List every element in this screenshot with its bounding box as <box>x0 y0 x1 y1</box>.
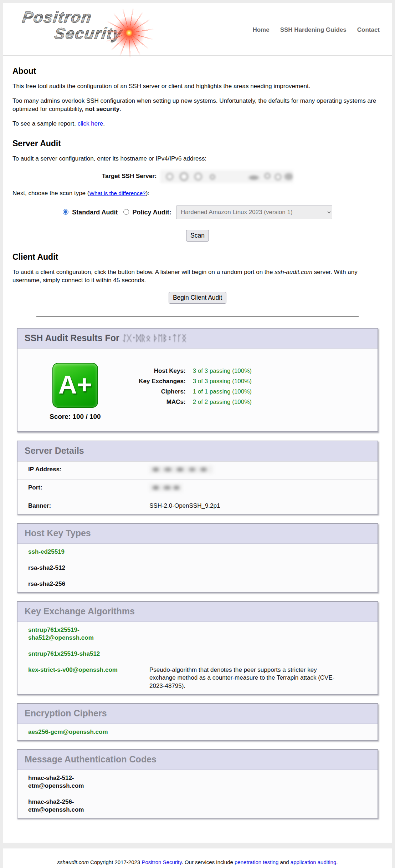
footer-positron-link[interactable]: Positron Security <box>142 859 181 865</box>
policy-select[interactable]: Hardened Amazon Linux 2023 (version 1) <box>176 205 332 219</box>
algorithm-note <box>149 626 335 642</box>
about-p2-bold: not security <box>85 106 119 112</box>
nav-home[interactable]: Home <box>252 26 269 34</box>
host-key-types-panel: Host Key Types ssh-ed25519 rsa-sha2-512 … <box>17 523 378 593</box>
stat-value: 1 of 1 passing (100%) <box>193 386 252 397</box>
stat-row-macs: MACs: 2 of 2 passing (100%) <box>132 397 252 407</box>
algorithm-name: rsa-sha2-256 <box>28 580 149 588</box>
table-row: kex-strict-s-v00@openssh.com Pseudo-algo… <box>17 662 378 694</box>
redacted-hostname: ᛇᚷ᛫ᛞᚱᛟ ᚦᛖᛒ᛬ᛏᚴᛝ <box>122 333 186 343</box>
client-audit-domain: ssh-audit.com <box>275 269 312 275</box>
client-audit-text-before: To audit a client configuration, click t… <box>12 269 275 275</box>
algorithm-name: kex-strict-s-v00@openssh.com <box>28 666 149 690</box>
stat-row-key-exchanges: Key Exchanges: 3 of 3 passing (100%) <box>132 376 252 386</box>
score-label: Score: 100 / 100 <box>50 413 101 421</box>
stat-value: 2 of 2 passing (100%) <box>193 397 252 407</box>
row-label: Banner: <box>28 502 149 510</box>
table-row: sntrup761x25519-sha512 <box>17 646 378 662</box>
table-row: Port: <box>17 479 378 498</box>
scan-type-text-after: ): <box>146 190 149 197</box>
about-heading: About <box>12 66 383 76</box>
table-row: hmac-sha2-256-etm@openssh.com <box>17 794 378 818</box>
encryption-ciphers-header: Encryption Ciphers <box>17 704 378 724</box>
port-blur <box>149 484 182 492</box>
table-row: aes256-gcm@openssh.com <box>17 724 378 740</box>
stat-value: 3 of 3 passing (100%) <box>193 376 252 386</box>
footer-pentest-link[interactable]: penetration testing <box>235 859 278 865</box>
server-details-header: Server Details <box>17 441 378 461</box>
site-header: Positron Security Home SSH Hardening Gui… <box>3 3 392 56</box>
stat-label: Ciphers: <box>132 386 186 397</box>
redacted-port-value <box>149 484 335 494</box>
stat-row-host-keys: Host Keys: 3 of 3 passing (100%) <box>132 366 252 376</box>
scan-type-row: Standard Audit Policy Audit: Hardened Am… <box>12 205 383 219</box>
sample-report-text: To see a sample report, <box>12 120 77 127</box>
stat-row-ciphers: Ciphers: 1 of 1 passing (100%) <box>132 386 252 397</box>
policy-audit-radio[interactable] <box>123 209 129 215</box>
nav-ssh-hardening-guides[interactable]: SSH Hardening Guides <box>280 26 347 34</box>
results-stats: Host Keys: 3 of 3 passing (100%) Key Exc… <box>132 363 252 407</box>
footer-text: . Our services include <box>182 859 235 865</box>
sample-report-line: To see a sample report, click here. <box>12 120 383 128</box>
encryption-ciphers-panel: Encryption Ciphers aes256-gcm@openssh.co… <box>17 703 378 741</box>
target-server-label: Target SSH Server: <box>102 173 157 179</box>
section-divider <box>36 316 358 317</box>
footer-copyright: Copyright 2017-2023 <box>89 859 142 865</box>
target-ssh-server-input[interactable] <box>160 170 293 183</box>
stat-label: Key Exchanges: <box>132 376 186 386</box>
algorithm-name: hmac-sha2-512-etm@openssh.com <box>28 774 99 790</box>
policy-audit-label: Policy Audit: <box>133 208 171 215</box>
redacted-ip-value <box>149 466 335 476</box>
server-audit-heading: Server Audit <box>12 139 383 148</box>
footer-text: and <box>278 859 290 865</box>
footer-text: . <box>336 859 338 865</box>
scan-button-row: Scan <box>12 230 383 242</box>
row-label: Port: <box>28 484 149 494</box>
key-exchange-header: Key Exchange Algorithms <box>17 602 378 622</box>
table-row: sntrup761x25519-sha512@openssh.com <box>17 622 378 646</box>
main-content: About This free tool audits the configur… <box>3 66 392 317</box>
logo[interactable]: Positron Security <box>12 8 162 52</box>
stat-label: MACs: <box>132 397 186 407</box>
page: Positron Security Home SSH Hardening Gui… <box>0 0 395 868</box>
footer-appaudit-link[interactable]: application auditing <box>291 859 336 865</box>
standard-audit-radio[interactable] <box>63 209 68 215</box>
begin-client-audit-button[interactable]: Begin Client Audit <box>169 292 226 304</box>
main-container: Positron Security Home SSH Hardening Gui… <box>3 3 392 843</box>
client-audit-heading: Client Audit <box>12 252 383 262</box>
algorithm-note: Pseudo-algorithm that denotes the peer s… <box>149 666 335 690</box>
about-paragraph-1: This free tool audits the configuration … <box>12 82 383 91</box>
about-paragraph-2: Too many admins overlook SSH configurati… <box>12 97 383 113</box>
macs-panel: Message Authentication Codes hmac-sha2-5… <box>17 749 378 818</box>
nav-contact[interactable]: Contact <box>357 26 380 34</box>
scan-type-difference-link[interactable]: What is the difference? <box>89 190 145 196</box>
row-label: IP Address: <box>28 466 149 476</box>
results-panel-header: SSH Audit Results For ᛇᚷ᛫ᛞᚱᛟ ᚦᛖᛒ᛬ᛏᚴᛝ <box>17 329 378 349</box>
logo-text-positron: Positron <box>21 8 93 26</box>
algorithm-name: sntrup761x25519-sha512 <box>28 650 149 658</box>
algorithm-note <box>149 650 335 658</box>
about-p2-text: Too many admins overlook SSH configurati… <box>12 97 376 112</box>
site-footer: sshaudit.com Copyright 2017-2023 Positro… <box>3 848 392 868</box>
scan-button[interactable]: Scan <box>186 230 209 242</box>
client-audit-text: To audit a client configuration, click t… <box>12 268 383 285</box>
algorithm-name: rsa-sha2-512 <box>28 564 149 572</box>
scan-type-text: Next, choose the scan type ( <box>12 190 89 197</box>
footer-line-1: sshaudit.com Copyright 2017-2023 Positro… <box>7 859 388 865</box>
table-row: hmac-sha2-512-etm@openssh.com <box>17 770 378 794</box>
macs-header: Message Authentication Codes <box>17 750 378 770</box>
about-p2-period: . <box>119 106 121 112</box>
algorithm-name: sntrup761x25519-sha512@openssh.com <box>28 626 149 642</box>
server-audit-intro: To audit a server configuration, enter i… <box>12 155 383 163</box>
sample-report-link[interactable]: click here <box>77 120 103 127</box>
ip-blur <box>149 466 213 473</box>
standard-audit-label: Standard Audit <box>72 208 118 215</box>
algorithm-name: hmac-sha2-256-etm@openssh.com <box>28 798 99 814</box>
key-exchange-panel: Key Exchange Algorithms sntrup761x25519-… <box>17 601 378 695</box>
stat-label: Host Keys: <box>132 366 186 376</box>
algorithm-name: aes256-gcm@openssh.com <box>28 728 149 736</box>
server-details-panel: Server Details IP Address: Port: Banner:… <box>17 441 378 514</box>
grade-column: A+ Score: 100 / 100 <box>50 363 101 421</box>
target-server-row: Target SSH Server: <box>12 170 383 183</box>
table-row: rsa-sha2-256 <box>17 576 378 592</box>
